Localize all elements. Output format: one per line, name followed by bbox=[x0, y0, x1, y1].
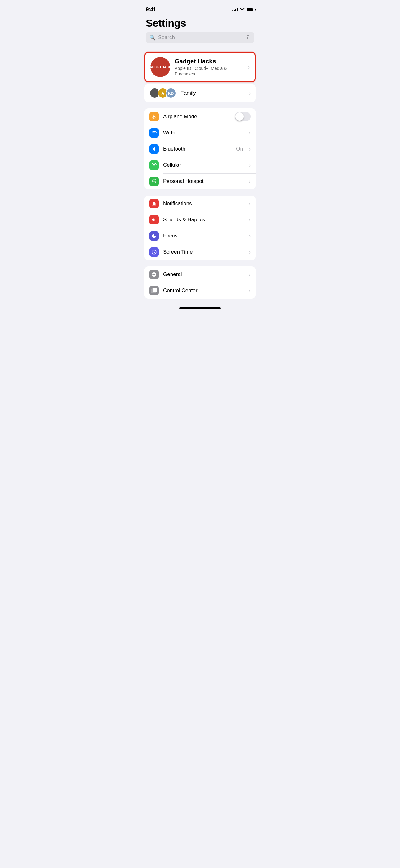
page-title: Settings bbox=[146, 18, 254, 29]
control-center-icon bbox=[149, 286, 159, 295]
search-bar[interactable]: 🔍 Search 🎙 bbox=[146, 32, 254, 43]
bluetooth-icon bbox=[149, 144, 159, 154]
cellular-chevron-icon: › bbox=[249, 162, 251, 168]
family-row[interactable]: A KD Family › bbox=[144, 84, 256, 102]
account-info: Gadget Hacks Apple ID, iCloud+, Media & … bbox=[174, 57, 243, 77]
bluetooth-value: On bbox=[236, 146, 243, 152]
search-icon: 🔍 bbox=[149, 35, 156, 41]
cellular-row[interactable]: Cellular › bbox=[144, 157, 256, 173]
bluetooth-chevron-icon: › bbox=[249, 146, 251, 152]
control-center-chevron-icon: › bbox=[249, 287, 251, 294]
focus-chevron-icon: › bbox=[249, 233, 251, 239]
bluetooth-label: Bluetooth bbox=[163, 146, 232, 152]
notifications-row[interactable]: Notifications › bbox=[144, 195, 256, 212]
screen-time-row[interactable]: Screen Time › bbox=[144, 244, 256, 260]
personal-hotspot-label: Personal Hotspot bbox=[163, 178, 244, 184]
general-group: General › Control Center › bbox=[144, 266, 256, 299]
focus-label: Focus bbox=[163, 233, 244, 239]
status-time: 9:41 bbox=[146, 6, 156, 13]
account-name: Gadget Hacks bbox=[174, 57, 243, 65]
personal-hotspot-chevron-icon: › bbox=[249, 178, 251, 185]
account-subtitle: Apple ID, iCloud+, Media & Purchases bbox=[174, 65, 243, 77]
general-chevron-icon: › bbox=[249, 271, 251, 278]
signal-bars-icon bbox=[232, 8, 238, 11]
focus-icon bbox=[149, 231, 159, 241]
account-chevron-icon: › bbox=[248, 64, 249, 70]
account-row[interactable]: GADGET HACKS Gadget Hacks Apple ID, iClo… bbox=[144, 52, 256, 82]
sounds-haptics-label: Sounds & Haptics bbox=[163, 217, 244, 223]
personal-hotspot-icon bbox=[149, 177, 159, 186]
notifications-icon bbox=[149, 199, 159, 208]
account-avatar: GADGET HACKS bbox=[151, 57, 170, 77]
focus-row[interactable]: Focus › bbox=[144, 228, 256, 244]
bluetooth-row[interactable]: Bluetooth On › bbox=[144, 141, 256, 157]
airplane-mode-row[interactable]: Airplane Mode bbox=[144, 108, 256, 125]
wifi-status-icon bbox=[240, 8, 245, 11]
airplane-mode-icon bbox=[149, 112, 159, 121]
airplane-mode-label: Airplane Mode bbox=[163, 114, 230, 120]
family-avatar-3: KD bbox=[166, 88, 176, 98]
airplane-mode-toggle[interactable] bbox=[235, 112, 251, 121]
general-icon bbox=[149, 270, 159, 279]
sounds-haptics-chevron-icon: › bbox=[249, 217, 251, 223]
home-bar bbox=[179, 307, 221, 309]
wifi-row[interactable]: Wi-Fi › bbox=[144, 125, 256, 141]
status-icons bbox=[232, 8, 254, 11]
family-label: Family bbox=[180, 90, 245, 96]
search-input[interactable]: Search bbox=[158, 34, 243, 41]
page-header: Settings 🔍 Search 🎙 bbox=[139, 15, 261, 52]
connectivity-group: Airplane Mode Wi-Fi › Bluetooth On › Cel… bbox=[144, 108, 256, 189]
status-bar: 9:41 bbox=[139, 0, 261, 15]
notifications-chevron-icon: › bbox=[249, 200, 251, 207]
battery-icon bbox=[246, 8, 254, 11]
family-avatars: A KD bbox=[149, 88, 176, 98]
sounds-haptics-row[interactable]: Sounds & Haptics › bbox=[144, 212, 256, 228]
microphone-icon: 🎙 bbox=[245, 35, 251, 40]
wifi-label: Wi-Fi bbox=[163, 130, 244, 136]
gadget-hacks-logo: GADGET HACKS bbox=[151, 57, 170, 77]
control-center-label: Control Center bbox=[163, 287, 244, 294]
personal-hotspot-row[interactable]: Personal Hotspot › bbox=[144, 173, 256, 189]
family-chevron-icon: › bbox=[249, 90, 251, 97]
general-row[interactable]: General › bbox=[144, 266, 256, 282]
notifications-group: Notifications › Sounds & Haptics › Focus… bbox=[144, 195, 256, 260]
wifi-chevron-icon: › bbox=[249, 130, 251, 136]
general-label: General bbox=[163, 271, 244, 278]
notifications-label: Notifications bbox=[163, 200, 244, 207]
wifi-icon bbox=[149, 128, 159, 137]
screen-time-label: Screen Time bbox=[163, 249, 244, 255]
home-indicator bbox=[139, 305, 261, 310]
screen-time-icon bbox=[149, 247, 159, 257]
screen-time-chevron-icon: › bbox=[249, 249, 251, 255]
control-center-row[interactable]: Control Center › bbox=[144, 282, 256, 299]
cellular-label: Cellular bbox=[163, 162, 244, 168]
sounds-haptics-icon bbox=[149, 215, 159, 224]
cellular-icon bbox=[149, 160, 159, 170]
